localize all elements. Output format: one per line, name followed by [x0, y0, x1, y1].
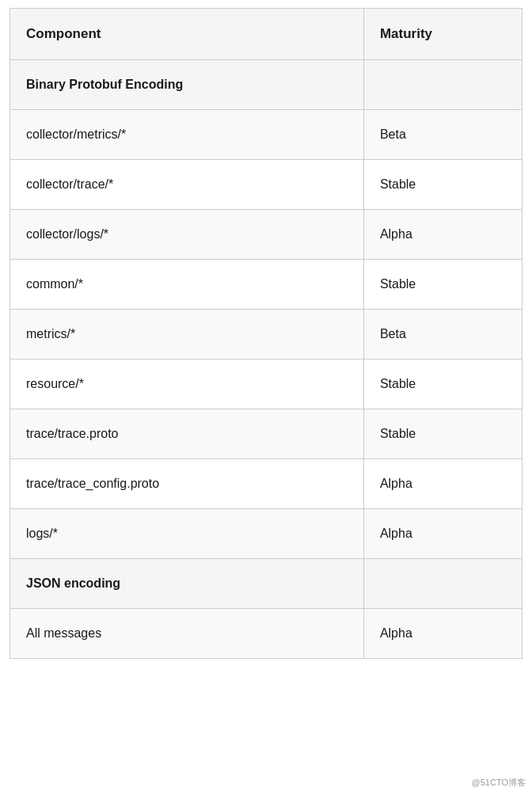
component-cell: trace/trace.proto	[10, 409, 364, 459]
table-row: All messagesAlpha	[10, 609, 522, 659]
maturity-cell: Beta	[363, 310, 522, 359]
maturity-cell: Stable	[363, 260, 522, 310]
maturity-cell: Beta	[363, 110, 522, 160]
table-row: trace/trace.protoStable	[10, 409, 522, 459]
component-cell: collector/logs/*	[10, 210, 364, 260]
component-cell: trace/trace_config.proto	[10, 459, 364, 509]
component-header: Component	[10, 9, 364, 60]
table-row: collector/logs/*Alpha	[10, 210, 522, 260]
maturity-cell: Stable	[363, 160, 522, 210]
table-row: collector/metrics/*Beta	[10, 110, 522, 160]
table-row: trace/trace_config.protoAlpha	[10, 459, 522, 509]
table-row: collector/trace/*Stable	[10, 160, 522, 210]
component-cell: All messages	[10, 609, 364, 659]
component-cell: collector/metrics/*	[10, 110, 364, 160]
maturity-cell: Alpha	[363, 509, 522, 559]
section-label: Binary Protobuf Encoding	[10, 60, 364, 110]
table-row: common/*Stable	[10, 260, 522, 310]
section-label: JSON encoding	[10, 559, 364, 609]
table-row: resource/*Stable	[10, 359, 522, 409]
maturity-cell: Alpha	[363, 210, 522, 260]
table-row: JSON encoding	[10, 559, 522, 609]
maturity-table: Component Maturity Binary Protobuf Encod…	[10, 8, 522, 659]
component-cell: resource/*	[10, 359, 364, 409]
component-cell: collector/trace/*	[10, 160, 364, 210]
component-cell: metrics/*	[10, 310, 364, 359]
watermark-label: @51CTO博客	[472, 777, 526, 789]
maturity-cell: Stable	[363, 359, 522, 409]
component-cell: common/*	[10, 260, 364, 310]
maturity-header: Maturity	[363, 9, 522, 60]
section-maturity	[363, 559, 522, 609]
table-row: logs/*Alpha	[10, 509, 522, 559]
maturity-cell: Alpha	[363, 459, 522, 509]
maturity-cell: Stable	[363, 409, 522, 459]
section-maturity	[363, 60, 522, 110]
component-cell: logs/*	[10, 509, 364, 559]
maturity-cell: Alpha	[363, 609, 522, 659]
table-row: metrics/*Beta	[10, 310, 522, 359]
table-row: Binary Protobuf Encoding	[10, 60, 522, 110]
